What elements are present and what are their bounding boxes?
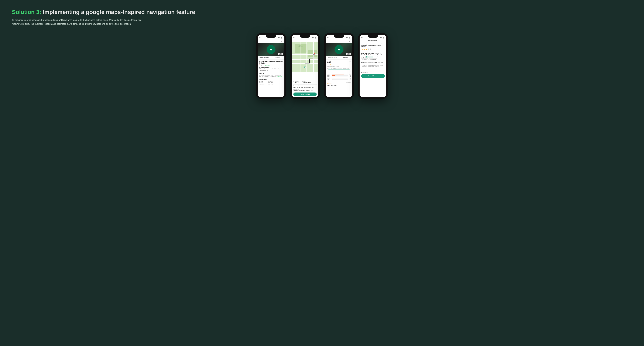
hero-image-1: ★ +110Photos bbox=[258, 43, 284, 56]
page-header: Solution 3: Implementing a google maps-I… bbox=[12, 9, 632, 26]
hours-row-tue: Tuesday 09:00-1700 bbox=[260, 82, 283, 83]
rating-big: 4.0/5 bbox=[327, 61, 332, 63]
biz-meta-1: 📍 324 ft Open now bbox=[259, 65, 283, 66]
status-icons-2: ▮▮▮ ● ▌▌ bbox=[312, 37, 317, 39]
bd-content-1: Sunshine Food Cooperative Cafe & Market … bbox=[258, 60, 284, 86]
nav-bar-3[interactable]: ← ⋮ bbox=[326, 39, 352, 43]
notch-4 bbox=[368, 35, 378, 38]
status-icons-4: ▮▮▮ ● ▌▌ bbox=[380, 37, 384, 39]
wr-question-3: What's your experience of this business? bbox=[361, 62, 385, 63]
map-info-card: ⊙ Distance 324 ft ⏱ Time 1 min 00 sec bbox=[292, 79, 318, 97]
reviews-content: 4.0/5 ⇧ ★★★★★ 283 ratings / 147 reviews … bbox=[326, 60, 352, 87]
tag-gluten-free[interactable]: Gluten-free bbox=[366, 56, 373, 58]
hours-row-mon: Monday 09:00-1700 bbox=[260, 81, 283, 82]
rating-row: 4.0/5 ⇧ bbox=[327, 61, 351, 64]
wr-stars: ★★★★★ bbox=[361, 48, 385, 51]
review-text: This is really GOOD! bbox=[327, 85, 351, 86]
destination-label: Destination bbox=[294, 89, 317, 90]
tab-business-details-1[interactable]: Business Details bbox=[258, 56, 271, 59]
phone-2: 9:41 ▮▮▮ ● ▌▌ ← Jardin LucienFontanarosa bbox=[290, 33, 320, 99]
distance-stat-label: Distance bbox=[295, 81, 299, 82]
distance-1: 📍 324 ft bbox=[259, 65, 264, 66]
nav-bar-1[interactable]: ← ⋮ bbox=[258, 39, 284, 43]
tab-reviews-1[interactable]: Reviews bbox=[271, 56, 284, 59]
write-review-button[interactable]: Write a review bbox=[327, 70, 351, 72]
title-main: Implementing a google maps-Inspired navi… bbox=[41, 9, 195, 15]
back-icon-4[interactable]: ← bbox=[361, 39, 363, 42]
distance-stat: ⊙ Distance 324 ft bbox=[294, 81, 299, 83]
time-2: 9:41 bbox=[294, 37, 296, 39]
bar-track-1 bbox=[332, 79, 348, 80]
tabs-3[interactable]: Business Details Reviews bbox=[326, 56, 352, 60]
wr-tags: Vegan Gluten-free Organic Zero Waste Eco… bbox=[361, 56, 385, 60]
tag-organic[interactable]: Organic bbox=[374, 56, 379, 58]
map-area: Jardin LucienFontanarosa 📍 bbox=[292, 42, 318, 72]
notch-3 bbox=[334, 35, 344, 38]
photo-badge-1[interactable]: +110Photos bbox=[278, 53, 283, 55]
open-status-1: Open now bbox=[264, 65, 270, 66]
bar-row-5: 5 stars 106 bbox=[327, 74, 351, 75]
phones-row: 9:41 ▮▮▮ ● ▌▌ ← ⋮ ★ +110Photos Business … bbox=[12, 33, 632, 99]
bar-track-4 bbox=[332, 75, 348, 76]
bar-row-4: 4 stars 28 bbox=[327, 75, 351, 76]
tag-vegan[interactable]: Vegan bbox=[361, 56, 366, 58]
tag-eco-packaging[interactable]: Eco-packaging bbox=[368, 58, 377, 60]
bar-track-2 bbox=[332, 78, 348, 79]
rating-count: 283 ratings / 147 reviews bbox=[327, 66, 351, 67]
back-icon-2[interactable]: ← bbox=[293, 39, 295, 42]
time-1: 9:41 bbox=[260, 37, 262, 39]
review-textarea[interactable] bbox=[361, 64, 385, 69]
photo-badge-3[interactable]: +110Photos bbox=[346, 53, 351, 55]
your-location-value: 14 W 47th st, New York, Ny10036, US bbox=[294, 87, 317, 88]
wr-question-1: How was your overall experience with 'Su… bbox=[361, 43, 385, 47]
time-stat-label: Time bbox=[303, 81, 311, 82]
bar-row-2: 2 stars 2 bbox=[327, 78, 351, 79]
location-dot bbox=[304, 67, 306, 68]
page-title: Solution 3: Implementing a google maps-I… bbox=[12, 9, 632, 15]
back-icon-1[interactable]: ← bbox=[259, 40, 261, 42]
distance-icon: ⊙ bbox=[294, 81, 294, 82]
starbucks-logo-3: ★ bbox=[334, 45, 344, 54]
nav-bar-4[interactable]: ← Write a review bbox=[360, 39, 386, 42]
share-label: Share your experience with this business… bbox=[327, 68, 351, 69]
solution-label: Solution 3: bbox=[12, 9, 41, 15]
bar-row-1: 1 star 5 bbox=[327, 79, 351, 80]
bar-chart: 5 stars 106 4 stars 28 3 stars 5 bbox=[327, 74, 351, 80]
phone-inner-3: 9:41 ▮▮▮ ● ▌▌ ← ⋮ ★ +110Photos Business … bbox=[326, 35, 352, 97]
starbucks-logo-1: ★ bbox=[266, 45, 276, 54]
status-icons-3: ▮▮▮ ● ▌▌ bbox=[346, 37, 350, 39]
wr-question-2: Select up to three values you think to d… bbox=[361, 53, 385, 56]
phone-inner-4: 9:41 ▮▮▮ ● ▌▌ ← Write a review How was y… bbox=[360, 35, 386, 97]
tag-zero-waste[interactable]: Zero Waste bbox=[361, 58, 368, 60]
page-description: To enhance user experience, I propose ad… bbox=[12, 18, 143, 26]
read-more-1[interactable]: Read more... bbox=[277, 76, 283, 77]
submit-review-button[interactable]: Submit Review bbox=[361, 74, 385, 78]
notch-1 bbox=[266, 35, 276, 38]
tab-reviews-3[interactable]: Reviews bbox=[339, 56, 352, 59]
nav-bar-2[interactable]: ← bbox=[292, 39, 318, 42]
more-icon-1[interactable]: ⋮ bbox=[280, 39, 283, 42]
review-date: 6 days ago bbox=[346, 82, 351, 83]
time-stat: ⏱ Time 1 min 00 sec bbox=[302, 81, 311, 83]
map-stats: ⊙ Distance 324 ft ⏱ Time 1 min 00 sec bbox=[294, 81, 317, 83]
more-icon-3[interactable]: ⋮ bbox=[348, 39, 351, 42]
status-icons-1: ▮▮▮ ● ▌▌ bbox=[278, 37, 283, 39]
bar-track-5 bbox=[332, 74, 348, 75]
distance-stat-value: 324 ft bbox=[295, 82, 299, 83]
tabs-1[interactable]: Business Details Reviews bbox=[258, 56, 284, 60]
hours-row-wed: Wednesday 09:00-1700 bbox=[260, 84, 283, 85]
time-3: 9:41 bbox=[327, 37, 330, 39]
about-label-1: About us bbox=[259, 73, 283, 74]
time-icon: ⏱ bbox=[302, 81, 303, 82]
phone-inner-2: 9:41 ▮▮▮ ● ▌▌ ← Jardin LucienFontanarosa bbox=[292, 35, 318, 97]
bar-row-3: 3 stars 5 bbox=[327, 76, 351, 77]
pause-tracking-button[interactable]: Pause Tracking bbox=[294, 93, 317, 96]
hours-label-1: Business hour bbox=[259, 79, 283, 80]
nav-title-4: Write a review bbox=[368, 40, 377, 41]
hero-image-3: ★ +110Photos bbox=[326, 43, 352, 56]
tab-business-details-3[interactable]: Business Details bbox=[326, 56, 339, 59]
hours-table-1: Monday 09:00-1700 Tuesday 09:00-1700 Wed… bbox=[259, 81, 283, 85]
review-card: ★★★★★ 6 days ago This is really GOOD! bbox=[327, 81, 351, 86]
back-icon-3[interactable]: ← bbox=[327, 40, 329, 42]
phone-1: 9:41 ▮▮▮ ● ▌▌ ← ⋮ ★ +110Photos Business … bbox=[256, 33, 286, 99]
